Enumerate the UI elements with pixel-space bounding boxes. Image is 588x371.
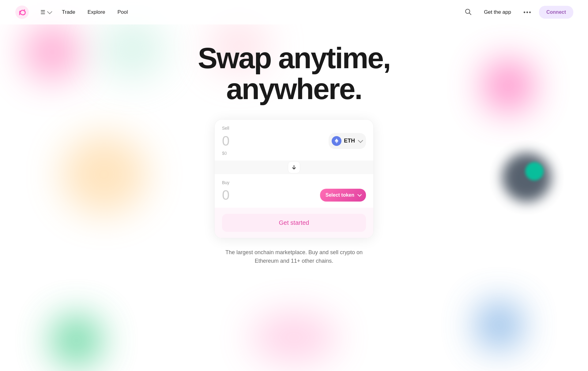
chevron-down-icon: [47, 9, 52, 14]
svg-point-1: [19, 11, 21, 13]
blob-pink-bottom-center: [251, 313, 337, 362]
subtitle: The largest onchain marketplace. Buy and…: [214, 248, 374, 266]
select-token-chevron-icon: [357, 192, 362, 196]
buy-row: Select token: [222, 187, 366, 203]
navbar: ☰ Trade Explore Pool Get the app ••• Con…: [0, 0, 588, 24]
swap-direction-button[interactable]: [288, 161, 300, 173]
search-icon: [465, 9, 472, 15]
sell-amount-input[interactable]: [222, 133, 283, 149]
eth-symbol: ETH: [344, 138, 355, 144]
buy-section: Buy Select token: [215, 174, 373, 208]
hero-title: Swap anytime, anywhere.: [198, 43, 390, 105]
swap-divider: [215, 161, 373, 174]
more-button[interactable]: •••: [521, 6, 534, 18]
sell-row: ETH: [222, 133, 366, 149]
logo[interactable]: [15, 5, 29, 20]
nav-pool[interactable]: Pool: [112, 7, 133, 18]
sell-label: Sell: [222, 126, 366, 131]
get-started-section: Get started: [215, 208, 373, 238]
blob-green-bottom-left: [52, 316, 101, 365]
main-content: Swap anytime, anywhere. Sell ETH: [0, 24, 588, 265]
connect-button[interactable]: Connect: [539, 6, 573, 19]
swap-card: Sell ETH $0: [214, 119, 374, 238]
get-started-button[interactable]: Get started: [222, 214, 366, 232]
buy-amount-input[interactable]: [222, 187, 283, 203]
select-token-button[interactable]: Select token: [320, 189, 366, 202]
eth-token-selector[interactable]: ETH: [329, 133, 366, 149]
svg-line-3: [469, 13, 471, 15]
nav-right: Get the app ••• Connect: [462, 6, 573, 19]
search-button[interactable]: [462, 6, 474, 19]
hamburger-icon: ☰: [40, 9, 45, 16]
blob-blue-bottom-right: [478, 304, 521, 347]
get-app-button[interactable]: Get the app: [479, 7, 516, 18]
select-token-label: Select token: [326, 192, 354, 198]
nav-links: Trade Explore Pool: [57, 7, 462, 18]
menu-button[interactable]: ☰: [37, 6, 55, 18]
nav-trade[interactable]: Trade: [57, 7, 80, 18]
eth-chevron-icon: [358, 138, 363, 143]
nav-explore[interactable]: Explore: [83, 7, 110, 18]
sell-section: Sell ETH $0: [215, 120, 373, 161]
arrow-down-icon: [291, 165, 297, 170]
sell-usd-value: $0: [222, 151, 366, 156]
buy-label: Buy: [222, 180, 366, 185]
eth-icon: [332, 136, 341, 146]
svg-point-0: [15, 6, 29, 19]
